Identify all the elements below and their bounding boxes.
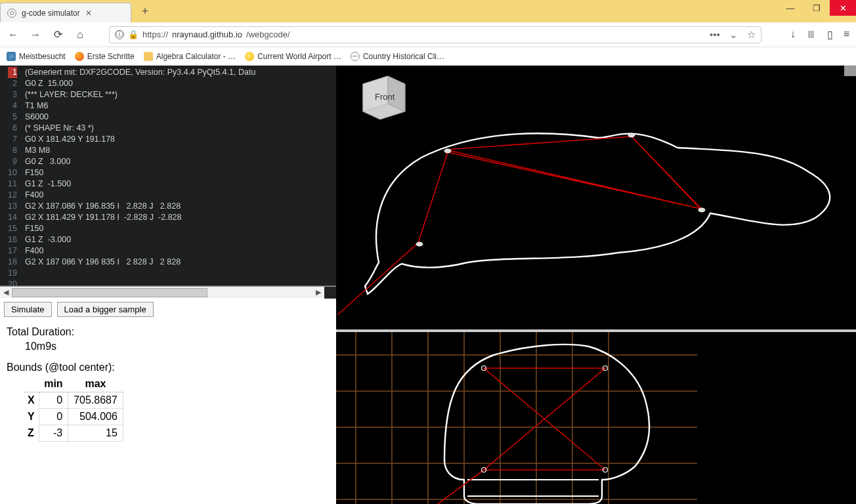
back-button[interactable]: ← [7, 28, 20, 41]
tab-close-icon[interactable]: ✕ [85, 9, 92, 18]
rapid-moves-3d [337, 136, 704, 315]
bookmark-item[interactable]: Algebra Calculator - … [144, 52, 236, 61]
bookmark-icon [245, 52, 254, 61]
total-duration-label: Total Duration: [7, 326, 330, 338]
bounds-col-max: max [68, 376, 123, 392]
bounds-axis-y: Y [24, 409, 39, 425]
bounds-col-min: min [39, 376, 68, 392]
tab-favicon [7, 9, 16, 18]
simulation-info: Total Duration: 10m9s Bounds (@tool cent… [0, 321, 336, 447]
minimize-button[interactable]: — [777, 0, 803, 16]
editor-code[interactable]: (Generiert mit: DXF2GCODE, Version: Py3.… [21, 66, 260, 286]
scroll-indicator[interactable] [844, 66, 856, 76]
scroll-thumb[interactable] [12, 288, 207, 297]
bookmark-label: Country Historical Cli… [363, 52, 444, 61]
bounds-axis-z: Z [24, 425, 39, 442]
svg-point-0 [444, 149, 451, 153]
bookmark-item[interactable]: Meistbesucht [7, 52, 66, 61]
downloads-icon[interactable]: ↓ [790, 28, 796, 41]
bookmark-label: Meistbesucht [19, 52, 66, 61]
window-titlebar: g-code simulator ✕ + — ❐ ✕ [0, 0, 856, 22]
bookmark-item[interactable]: Current World Airport … [245, 52, 341, 61]
page-info-icon[interactable]: ⓘ [115, 30, 124, 39]
menu-icon[interactable]: ≡ [844, 28, 849, 41]
scroll-track[interactable] [12, 287, 312, 299]
maximize-button[interactable]: ❐ [803, 0, 830, 16]
view-cube-front-label: Front [375, 92, 395, 102]
toolbar-icons: ↓ ⫼ ▯ ≡ [790, 28, 849, 41]
url-domain: nraynaud.github.io [172, 30, 242, 39]
bookmark-label: Current World Airport … [257, 52, 341, 61]
editor-gutter: 123456789101112131415161718192021 [0, 66, 21, 286]
body-cutouts [467, 480, 599, 496]
bookmark-label: Algebra Calculator - … [156, 52, 236, 61]
grid-2d [336, 332, 697, 504]
gcode-editor[interactable]: 123456789101112131415161718192021 (Gener… [0, 66, 336, 286]
bounds-y-max: 504.006 [68, 409, 123, 425]
bounds-z-min: -3 [39, 425, 68, 442]
lock-icon: 🔒 [128, 30, 139, 39]
url-bar[interactable]: ⓘ 🔒 https://nraynaud.github.io/webgcode/… [109, 26, 761, 43]
load-bigger-sample-button[interactable]: Load a bigger sample [57, 302, 154, 317]
scroll-left-icon[interactable]: ◀ [0, 287, 12, 299]
toolpath-outline-3d [365, 133, 830, 294]
bounds-table: minmax X0705.8687 Y0504.006 Z-315 [24, 376, 123, 442]
bookmark-icon [144, 52, 153, 61]
bookmark-item[interactable]: Erste Schritte [75, 52, 135, 61]
bookmark-star-icon[interactable]: ☆ [747, 29, 756, 41]
svg-point-1 [628, 133, 635, 137]
url-path: /webgcode/ [246, 30, 290, 39]
bookmark-item[interactable]: Country Historical Cli… [351, 52, 444, 61]
forward-button[interactable]: → [29, 28, 42, 41]
close-button[interactable]: ✕ [830, 0, 856, 16]
total-duration-value: 10m9s [25, 341, 330, 352]
bounds-x-max: 705.8687 [68, 392, 123, 409]
bounds-x-min: 0 [39, 392, 68, 409]
hole-markers-3d [416, 133, 705, 246]
browser-navbar: ← → ⟳ ⌂ ⓘ 🔒 https://nraynaud.github.io/w… [0, 22, 856, 47]
bounds-y-min: 0 [39, 409, 68, 425]
bounds-z-max: 15 [68, 425, 123, 442]
url-prefix: https:// [142, 30, 168, 39]
2d-viewport[interactable] [336, 332, 856, 504]
bookmark-icon [7, 52, 16, 61]
library-icon[interactable]: ⫼ [806, 28, 817, 41]
bookmark-label: Erste Schritte [87, 52, 135, 61]
home-button[interactable]: ⌂ [74, 28, 87, 41]
svg-point-2 [698, 208, 705, 212]
bookmark-icon [351, 52, 360, 61]
tab-title: g-code simulator [22, 9, 80, 18]
rapid-moves-2d [438, 368, 605, 504]
sidebar-icon[interactable]: ▯ [827, 28, 833, 41]
svg-point-3 [416, 242, 423, 246]
simulate-button[interactable]: Simulate [4, 302, 52, 317]
window-controls: — ❐ ✕ [777, 0, 856, 16]
3d-viewport[interactable]: Front [336, 66, 856, 332]
chevron-down-icon[interactable]: ⌄ [729, 29, 738, 41]
scroll-right-icon[interactable]: ▶ [312, 287, 324, 299]
bookmarks-bar: Meistbesucht Erste Schritte Algebra Calc… [0, 47, 856, 66]
view-cube[interactable]: Front [359, 71, 409, 125]
bounds-axis-x: X [24, 392, 39, 409]
new-tab-button[interactable]: + [135, 1, 155, 21]
page-actions-icon[interactable]: ••• [710, 29, 720, 40]
editor-horizontal-scrollbar[interactable]: ◀ ▶ [0, 286, 336, 298]
browser-tab[interactable]: g-code simulator ✕ [0, 3, 131, 22]
reload-button[interactable]: ⟳ [51, 28, 64, 41]
bookmark-icon [75, 52, 84, 61]
bounds-label: Bounds (@tool center): [7, 362, 330, 373]
scroll-corner [324, 287, 336, 299]
